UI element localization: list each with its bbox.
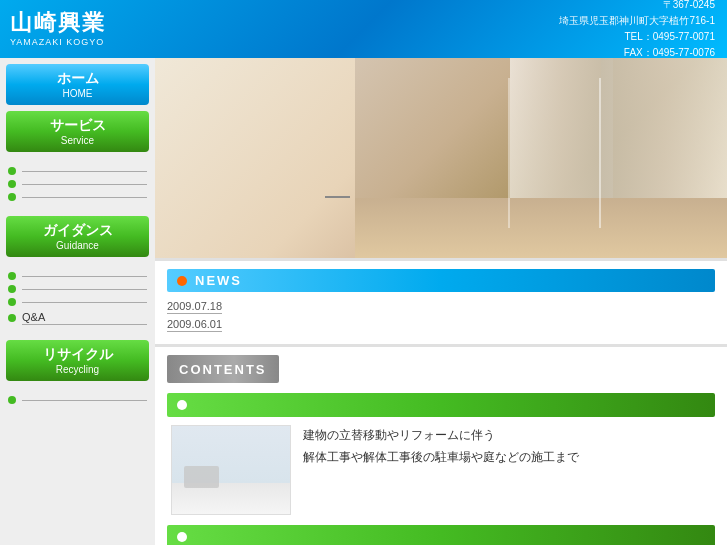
sidebar: ホーム HOME サービス Service ガイダンス (0, 58, 155, 545)
news-item-2[interactable]: 2009.06.01 (167, 318, 715, 332)
nav-service-en: Service (10, 135, 145, 146)
content-card-1: 建物の立替移動やリフォームに伴う 解体工事や解体工事後の駐車場や庭などの施工まで (167, 393, 715, 515)
recycle-dot-1 (8, 396, 16, 404)
nav-recycle-button[interactable]: リサイクル Recycling (6, 340, 149, 381)
hero-image (155, 58, 727, 258)
contents-header: CONTENTS (167, 355, 279, 383)
nav-home-en: HOME (10, 88, 145, 99)
news-header: NEWS (167, 269, 715, 292)
content-area: Flash NEWS 2009.07.18 2009.06.01 (155, 58, 727, 545)
nav-home-jp: ホーム (10, 70, 145, 88)
service-dot-2 (8, 180, 16, 188)
recycle-link-label-1 (22, 399, 147, 401)
contents-section: CONTENTS 建物の立替移動やリフォームに伴う 解体工事や解体工事後の駐車場… (155, 347, 727, 545)
news-date-1: 2009.07.18 (167, 300, 222, 314)
logo-roman: YAMAZAKI KOGYO (10, 37, 150, 47)
news-item-1[interactable]: 2009.07.18 (167, 300, 715, 314)
guidance-link-label-1 (22, 275, 147, 277)
service-link-label-3 (22, 196, 147, 198)
news-section: NEWS 2009.07.18 2009.06.01 (155, 258, 727, 344)
nav-service-jp: サービス (10, 117, 145, 135)
guidance-link-label-2 (22, 288, 147, 290)
nav-recycle-jp: リサイクル (10, 346, 145, 364)
nav-home-button[interactable]: ホーム HOME (6, 64, 149, 105)
content-card-dot-2 (177, 532, 187, 542)
service-link-label-2 (22, 183, 147, 185)
content-thumb-1 (171, 425, 291, 515)
content-text-line2: 解体工事や解体工事後の駐車場や庭などの施工まで (303, 447, 579, 469)
guidance-link-label-3 (22, 301, 147, 303)
service-dot-3 (8, 193, 16, 201)
guidance-link-3[interactable] (8, 298, 147, 306)
content-card-body-1: 建物の立替移動やリフォームに伴う 解体工事や解体工事後の駐車場や庭などの施工まで (167, 425, 715, 515)
postal: 〒367-0245 (663, 0, 715, 13)
service-link-2[interactable] (8, 180, 147, 188)
guidance-dot-2 (8, 285, 16, 293)
logo-kanji: 山崎興業 (10, 11, 150, 35)
header: 山崎興業 YAMAZAKI KOGYO 〒367-0245 埼玉県児玉郡神川町大… (0, 0, 727, 58)
address: 埼玉県児玉郡神川町大字植竹716-1 (559, 13, 715, 29)
content-text-1: 建物の立替移動やリフォームに伴う 解体工事や解体工事後の駐車場や庭などの施工まで (303, 425, 579, 468)
guidance-link-1[interactable] (8, 272, 147, 280)
hero-dash (325, 196, 350, 198)
guidance-dot-4 (8, 314, 16, 322)
content-card-dot-1 (177, 400, 187, 410)
content-card-bar-1 (167, 393, 715, 417)
nav-guidance-button[interactable]: ガイダンス Guidance (6, 216, 149, 257)
nav-service-button[interactable]: サービス Service (6, 111, 149, 152)
guidance-link-2[interactable] (8, 285, 147, 293)
logo-area: 山崎興業 YAMAZAKI KOGYO (0, 0, 160, 58)
recycle-link-1[interactable] (8, 396, 147, 404)
service-link-1[interactable] (8, 167, 147, 175)
nav-guidance-jp: ガイダンス (10, 222, 145, 240)
nav-recycle-en: Recycling (10, 364, 145, 375)
service-link-label-1 (22, 170, 147, 172)
news-title: NEWS (195, 273, 242, 288)
tel: TEL：0495-77-0071 (624, 29, 715, 45)
contents-title: CONTENTS (179, 362, 267, 377)
guidance-qa-label: Q&A (22, 311, 147, 325)
guidance-dot-1 (8, 272, 16, 280)
guidance-qa-link[interactable]: Q&A (8, 311, 147, 325)
service-link-3[interactable] (8, 193, 147, 201)
nav-guidance-en: Guidance (10, 240, 145, 251)
content-card-bar-2 (167, 525, 715, 545)
header-contact: 〒367-0245 埼玉県児玉郡神川町大字植竹716-1 TEL：0495-77… (160, 0, 727, 58)
news-date-2: 2009.06.01 (167, 318, 222, 332)
content-card-2 (167, 525, 715, 545)
news-dot (177, 276, 187, 286)
service-dot-1 (8, 167, 16, 175)
hero-area: Flash (155, 58, 727, 258)
content-text-line1: 建物の立替移動やリフォームに伴う (303, 425, 579, 447)
guidance-dot-3 (8, 298, 16, 306)
